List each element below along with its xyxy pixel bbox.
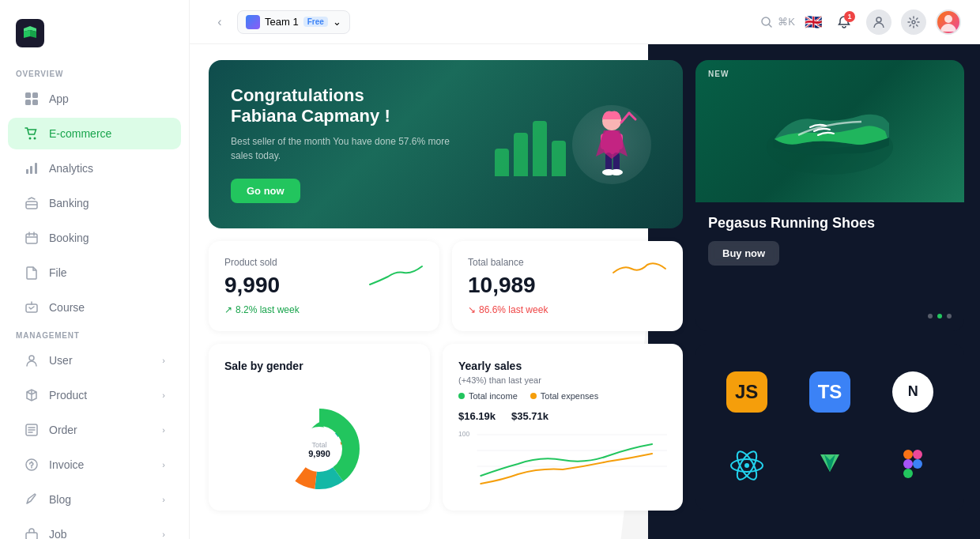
language-selector[interactable]: 🇬🇧	[805, 13, 822, 31]
sidebar-item-blog[interactable]: Blog ›	[8, 484, 181, 515]
header-left: ‹ Team 1 Free ⌄	[209, 10, 350, 34]
product-card: NEW	[695, 60, 964, 331]
figma-icon	[900, 448, 925, 483]
svg-point-42	[744, 463, 749, 468]
blog-chevron-icon: ›	[162, 495, 165, 504]
sold-label: Product sold	[224, 257, 300, 268]
dot-3	[947, 314, 952, 318]
banking-icon	[24, 195, 40, 211]
svg-point-18	[912, 21, 915, 24]
svg-point-17	[876, 17, 881, 22]
svg-rect-8	[35, 163, 37, 174]
shoe-illustration	[743, 68, 917, 194]
sold-change: ↗ 8.2% last week	[224, 304, 300, 315]
content-area: Congratulations Fabiana Capmany ! Best s…	[190, 44, 980, 539]
svg-rect-6	[26, 169, 28, 174]
expense-legend: Total expenses	[530, 391, 598, 401]
js-icon: JS	[726, 371, 767, 413]
sidebar-item-product[interactable]: Product ›	[8, 379, 181, 411]
svg-point-12	[29, 356, 34, 360]
svg-point-5	[34, 138, 36, 140]
product-new-tag: NEW	[708, 70, 729, 78]
svg-rect-3	[32, 100, 38, 105]
team-selector[interactable]: Team 1 Free ⌄	[237, 10, 350, 34]
settings-button[interactable]	[901, 9, 926, 35]
sidebar-item-course[interactable]: Course	[8, 292, 181, 323]
yearly-legend: Total income Total expenses	[458, 391, 667, 401]
product-icon	[24, 387, 40, 403]
tech-card: JS TS N	[695, 344, 964, 511]
go-now-button[interactable]: Go now	[231, 179, 300, 203]
profile-avatar[interactable]	[936, 9, 961, 35]
sold-value: 9,990	[224, 273, 300, 298]
search-icon	[760, 16, 773, 28]
svg-text:100: 100	[458, 430, 469, 438]
sidebar-item-banking[interactable]: Banking	[8, 187, 181, 219]
svg-rect-2	[25, 100, 31, 105]
sidebar-item-user[interactable]: User ›	[8, 345, 181, 376]
content-scroll: Congratulations Fabiana Capmany ! Best s…	[190, 44, 980, 539]
logo-icon	[16, 19, 44, 47]
stat-card-balance: Total balance 10,989 ↘ 86.6% last week	[452, 241, 683, 331]
job-icon	[24, 526, 40, 539]
svg-rect-46	[903, 469, 913, 478]
dot-1	[928, 314, 933, 318]
sidebar-item-invoice[interactable]: Invoice ›	[8, 449, 181, 481]
yearly-chart: 100	[458, 428, 667, 495]
product-carousel-dots	[928, 314, 952, 318]
buy-now-button[interactable]: Buy now	[708, 241, 779, 266]
down-arrow-icon: ↘	[468, 304, 476, 315]
dot-2	[937, 314, 942, 318]
sidebar-item-job[interactable]: Job ›	[8, 518, 181, 539]
yearly-header: Yearly sales (+43%) than last year	[458, 360, 667, 385]
user-icon	[24, 352, 40, 368]
balance-change: ↘ 86.6% last week	[468, 304, 548, 315]
search-button[interactable]: ⌘K	[760, 16, 795, 28]
yearly-title: Yearly sales	[458, 360, 667, 372]
management-section-label: MANAGEMENT	[0, 325, 189, 343]
income-label: Total income	[469, 391, 518, 401]
product-chevron-icon: ›	[162, 390, 165, 400]
svg-rect-15	[26, 533, 37, 539]
income-value: $16.19k	[458, 410, 496, 422]
svg-text:9,990: 9,990	[308, 449, 330, 458]
sidebar-item-booking[interactable]: Booking	[8, 222, 181, 254]
sidebar-item-course-label: Course	[49, 301, 85, 314]
sidebar-item-file[interactable]: File	[8, 257, 181, 288]
team-dropdown-icon: ⌄	[333, 16, 341, 28]
yearly-values: $16.19k $35.71k	[458, 410, 667, 422]
income-legend: Total income	[458, 391, 518, 401]
sidebar-item-user-label: User	[49, 354, 73, 367]
product-name: Pegasus Running Shoes	[708, 215, 952, 232]
svg-rect-7	[30, 166, 32, 174]
bar-4	[552, 141, 566, 176]
donut-svg: Total 9,990	[256, 382, 383, 484]
hero-banner: Congratulations Fabiana Capmany ! Best s…	[209, 60, 683, 228]
ts-icon: TS	[809, 371, 850, 413]
sidebar-item-app-label: App	[49, 92, 69, 105]
sidebar-item-blog-label: Blog	[49, 493, 71, 506]
sidebar-item-order[interactable]: Order ›	[8, 414, 181, 446]
balance-sparkline	[612, 257, 667, 288]
notification-button[interactable]: 1	[831, 9, 857, 35]
svg-point-19	[944, 15, 952, 23]
ecommerce-icon	[24, 126, 40, 141]
hero-illustration	[495, 105, 651, 184]
team-plan-badge: Free	[303, 17, 328, 27]
balance-label: Total balance	[468, 257, 548, 268]
course-icon	[24, 300, 40, 315]
hero-chart	[495, 113, 566, 176]
analytics-icon	[24, 160, 40, 176]
sidebar-item-ecommerce[interactable]: E-commerce	[8, 118, 181, 149]
blog-icon	[24, 492, 40, 507]
user-chevron-icon: ›	[162, 356, 165, 365]
collapse-sidebar-button[interactable]: ‹	[209, 11, 231, 33]
yearly-chart-svg: 100	[458, 428, 667, 492]
sidebar-item-analytics[interactable]: Analytics	[8, 153, 181, 184]
booking-icon	[24, 230, 40, 246]
user-menu-button[interactable]	[866, 9, 891, 35]
yearly-card: Yearly sales (+43%) than last year Total…	[443, 344, 683, 511]
bar-3	[533, 121, 547, 176]
invoice-chevron-icon: ›	[162, 460, 165, 469]
sidebar-item-app[interactable]: App	[8, 83, 181, 115]
